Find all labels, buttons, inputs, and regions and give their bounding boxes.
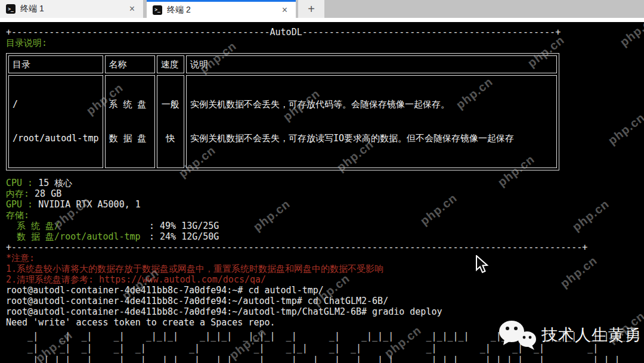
shell-output-need-write-token: Need 'write' access token to create a Sp… [6,317,644,328]
tab-label: 终端 1 [20,4,122,14]
data-disk-label: 数 据 盘/root/autodl-tmp [6,231,149,242]
sysinfo-memory: 内存: 28 GB [6,188,644,199]
tab-label: 终端 2 [167,5,275,15]
desc-data: 实例关机数据不会丢失，可存放读写IO要求高的数据。但不会随保存镜像一起保存 [190,132,553,145]
terminal-icon: >_ [153,5,162,15]
table-row: / /root/autodl-tmp 系 统 盘 数 据 盘 一般 快 实例关机… [8,75,557,168]
speed-system: 一般 [161,98,180,111]
desc-system: 实例关机数据不会丢失，可存放代码等。会随保存镜像一起保存。 [190,98,553,111]
terminal-screen[interactable]: +---------------------------------------… [0,22,644,363]
gpu-label: GPU : [6,199,38,210]
shell-command-gradio-deploy: root@autodl-container-4de411bb8c-7a0dfe9… [6,306,644,317]
sysinfo-storage: 存储: [6,210,644,221]
sysinfo-system-disk: 系 统 盘/: 49% 13G/25G [6,221,644,231]
name-system: 系 统 盘 [109,98,151,111]
system-disk-label: 系 统 盘/ [6,221,149,231]
shell-command-cd-chatglm2: root@autodl-container-4de411bb8c-7a0dfe9… [6,296,644,306]
close-icon[interactable]: × [280,5,290,15]
col-header-speed: 速度 [157,55,184,73]
table-header-row: 目录 名称 速度 说明 [8,55,557,73]
speed-data: 快 [161,132,180,145]
dir-system: / [13,98,99,111]
cell-speed: 一般 快 [157,75,184,168]
autodl-banner-line: +---------------------------------------… [6,27,644,38]
tabbar-divider [0,18,644,22]
tab-terminal-2[interactable]: >_ 终端 2 × [147,0,296,18]
name-data: 数 据 盘 [109,132,151,145]
cell-name: 系 统 盘 数 据 盘 [105,75,155,168]
mouse-cursor [475,255,490,274]
hugging-face-ascii-banner: _| _| _| _| _|_|_| _|_|_| _|_|_| _| _| _… [6,330,644,363]
system-disk-usage: : 49% 13G/25G [149,221,219,231]
cpu-label: CPU : [6,178,38,188]
storage-label: 存储: [6,210,29,221]
cpu-value: 15 核心 [38,178,72,188]
col-header-desc: 说明 [186,55,557,73]
tab-bar: >_ 终端 1 × >_ 终端 2 × + [0,0,644,18]
data-disk-usage: : 24% 12G/50G [149,231,219,242]
new-tab-button[interactable]: + [298,0,324,18]
cell-dir: / /root/autodl-tmp [8,75,103,168]
dir-note-label: 目录说明: [6,38,644,48]
memory-value: 28 GB [35,188,61,199]
notice-line-2-docs-url: 2.清理系统盘请参考: https://www.autodl.com/docs/… [6,274,644,285]
shell-command-cd-autodl-tmp: root@autodl-container-4de411bb8c-7a0dfe9… [6,285,644,296]
dir-data: /root/autodl-tmp [13,132,99,145]
sysinfo-gpu: GPU : NVIDIA RTX A5000, 1 [6,199,644,210]
separator-line: +---------------------------------------… [6,242,644,253]
notice-line-1: 1.系统盘较小请将大的数据存放于数据盘或网盘中，重置系统时数据盘和网盘中的数据不… [6,263,644,274]
terminal-icon: >_ [6,4,16,14]
notice-title: *注意: [6,253,644,263]
directory-table: 目录 名称 速度 说明 / /root/autodl-tmp 系 统 盘 数 据… [6,53,559,170]
cell-desc: 实例关机数据不会丢失，可存放代码等。会随保存镜像一起保存。 实例关机数据不会丢失… [186,75,557,168]
memory-label: 内存: [6,188,35,199]
sysinfo-cpu: CPU : 15 核心 [6,178,644,188]
close-icon[interactable]: × [127,4,137,14]
col-header-name: 名称 [105,55,155,73]
gpu-value: NVIDIA RTX A5000, 1 [38,199,141,210]
col-header-dir: 目录 [8,55,103,73]
sysinfo-data-disk: 数 据 盘/root/autodl-tmp: 24% 12G/50G [6,231,644,242]
tab-terminal-1[interactable]: >_ 终端 1 × [0,0,143,18]
